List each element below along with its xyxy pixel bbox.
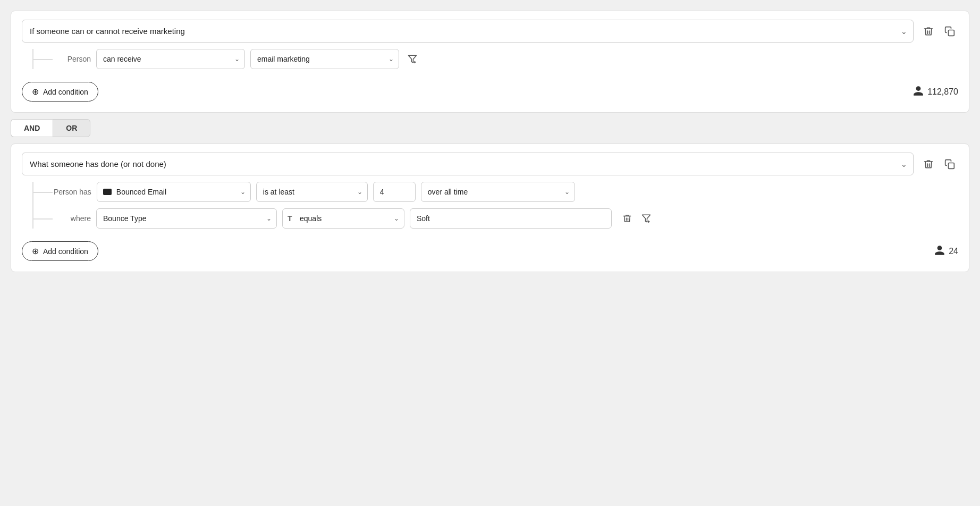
block-1-row-1: Person can receive cannot receive ⌄ emai… — [54, 49, 958, 69]
block-2-add-condition-button[interactable]: ⊕ Add condition — [22, 241, 98, 261]
block-1-add-condition-button[interactable]: ⊕ Add condition — [22, 82, 98, 102]
block-2-time-select[interactable]: over all time in the last 30 days in the… — [421, 182, 575, 202]
block-2-row-2: where Bounce Type Email Address ⌄ equals… — [54, 208, 958, 229]
block-1-add-condition-label: Add condition — [43, 88, 88, 96]
block-1-actions — [920, 23, 958, 40]
block-2-count-input[interactable] — [373, 182, 416, 202]
block-1-count: 112,870 — [927, 87, 958, 97]
block-2-filter-settings-button[interactable] — [638, 210, 654, 226]
block-1-header: If someone can or cannot receive marketi… — [22, 20, 958, 43]
condition-block-2: What someone has done (or not done) ⌄ — [11, 144, 969, 272]
svg-rect-0 — [949, 30, 954, 36]
add-circle-icon-1: ⊕ — [32, 87, 39, 97]
block-2-event-select[interactable]: Bounced Email Opened Email Clicked Email — [97, 182, 251, 202]
block-2-delete-button[interactable] — [920, 156, 937, 173]
block-2-count-badge: 24 — [934, 244, 958, 258]
block-1-person-label: Person — [54, 55, 91, 63]
block-2-count: 24 — [949, 247, 958, 256]
block-2-rows: Person has Bounced Email Opened Email Cl… — [22, 182, 958, 229]
block-2-person-has-label: Person has — [54, 188, 91, 196]
person-icon-2 — [934, 244, 945, 258]
block-1-select-wrapper: If someone can or cannot receive marketi… — [22, 20, 914, 43]
or-button[interactable]: OR — [53, 119, 90, 137]
block-1-main-select[interactable]: If someone can or cannot receive marketi… — [22, 20, 914, 43]
block-2-filter-op-wrapper: equals contains does not equal T ⌄ — [282, 208, 404, 229]
block-1-count-badge: 112,870 — [913, 85, 958, 99]
block-2-main-select[interactable]: What someone has done (or not done) — [22, 153, 914, 175]
block-1-receive-select[interactable]: can receive cannot receive — [96, 49, 245, 69]
and-button[interactable]: AND — [11, 119, 53, 137]
block-2-select-wrapper: What someone has done (or not done) ⌄ — [22, 153, 914, 175]
block-2-operator-wrapper: is at least is at most equals ⌄ — [256, 182, 368, 202]
svg-rect-4 — [949, 163, 954, 168]
block-2-header: What someone has done (or not done) ⌄ — [22, 153, 958, 175]
block-2-filter-field-wrapper: Bounce Type Email Address ⌄ — [96, 208, 277, 229]
block-1-footer: ⊕ Add condition 112,870 — [22, 80, 958, 102]
person-icon-1 — [913, 85, 924, 99]
block-2-filter-op-select[interactable]: equals contains does not equal — [282, 208, 404, 229]
block-2-filter-delete-button[interactable] — [619, 210, 635, 226]
block-2-row-actions — [619, 210, 654, 226]
block-1-marketing-select[interactable]: email marketing SMS marketing — [250, 49, 399, 69]
block-1-receive-wrapper: can receive cannot receive ⌄ — [96, 49, 245, 69]
block-1-copy-button[interactable] — [941, 23, 958, 40]
block-2-footer: ⊕ Add condition 24 — [22, 239, 958, 261]
block-1-rows: Person can receive cannot receive ⌄ emai… — [22, 49, 958, 69]
block-2-actions — [920, 156, 958, 173]
block-1-row-filter-button[interactable] — [404, 51, 420, 67]
block-2-event-wrapper: Bounced Email Opened Email Clicked Email… — [97, 182, 251, 202]
add-circle-icon-2: ⊕ — [32, 246, 39, 256]
block-2-copy-button[interactable] — [941, 156, 958, 173]
condition-block-1: If someone can or cannot receive marketi… — [11, 11, 969, 113]
block-2-row-1: Person has Bounced Email Opened Email Cl… — [54, 182, 958, 202]
logic-buttons: AND OR — [11, 119, 969, 137]
block-2-where-label: where — [54, 214, 91, 223]
block-2-filter-field-select[interactable]: Bounce Type Email Address — [96, 208, 277, 229]
block-1-marketing-wrapper: email marketing SMS marketing ⌄ — [250, 49, 399, 69]
block-2-time-wrapper: over all time in the last 30 days in the… — [421, 182, 575, 202]
block-2-filter-value-input[interactable] — [410, 208, 612, 229]
block-2-operator-select[interactable]: is at least is at most equals — [256, 182, 368, 202]
block-1-delete-button[interactable] — [920, 23, 937, 40]
block-2-add-condition-label: Add condition — [43, 247, 88, 256]
